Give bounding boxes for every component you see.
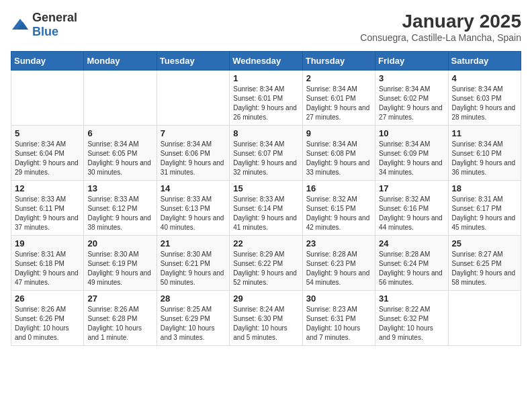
day-number: 26: [15, 293, 80, 304]
calendar-day-header: Wednesday: [230, 52, 302, 71]
day-number: 2: [306, 73, 371, 83]
day-info: Sunrise: 8:34 AM Sunset: 6:07 PM Dayligh…: [233, 140, 298, 177]
calendar-table: SundayMondayTuesdayWednesdayThursdayFrid…: [11, 51, 521, 346]
calendar-day-header: Thursday: [302, 52, 375, 71]
day-info: Sunrise: 8:22 AM Sunset: 6:32 PM Dayligh…: [379, 305, 444, 342]
logo-text: General Blue: [32, 11, 77, 39]
day-number: 12: [15, 183, 80, 193]
day-number: 9: [306, 128, 371, 138]
logo-icon: [11, 17, 30, 32]
location-title: Consuegra, Castille-La Mancha, Spain: [360, 32, 521, 43]
day-info: Sunrise: 8:34 AM Sunset: 6:05 PM Dayligh…: [87, 140, 152, 177]
day-number: 20: [87, 238, 152, 248]
day-info: Sunrise: 8:26 AM Sunset: 6:26 PM Dayligh…: [15, 305, 80, 342]
day-info: Sunrise: 8:34 AM Sunset: 6:04 PM Dayligh…: [15, 140, 80, 177]
day-number: 29: [233, 293, 298, 304]
day-number: 16: [306, 183, 371, 193]
day-info: Sunrise: 8:34 AM Sunset: 6:02 PM Dayligh…: [379, 85, 444, 122]
day-info: Sunrise: 8:33 AM Sunset: 6:11 PM Dayligh…: [15, 195, 80, 232]
day-info: Sunrise: 8:34 AM Sunset: 6:08 PM Dayligh…: [306, 140, 371, 177]
calendar-cell: 16Sunrise: 8:32 AM Sunset: 6:15 PM Dayli…: [302, 181, 375, 236]
calendar-cell: 21Sunrise: 8:30 AM Sunset: 6:21 PM Dayli…: [157, 236, 229, 291]
day-info: Sunrise: 8:34 AM Sunset: 6:09 PM Dayligh…: [379, 140, 444, 177]
day-info: Sunrise: 8:26 AM Sunset: 6:28 PM Dayligh…: [87, 305, 152, 342]
month-title: January 2025: [360, 11, 521, 32]
calendar-cell: 7Sunrise: 8:34 AM Sunset: 6:06 PM Daylig…: [157, 126, 229, 181]
day-number: 8: [233, 128, 298, 138]
day-info: Sunrise: 8:34 AM Sunset: 6:01 PM Dayligh…: [233, 85, 298, 122]
day-number: 14: [161, 183, 226, 193]
calendar-cell: 14Sunrise: 8:33 AM Sunset: 6:13 PM Dayli…: [157, 181, 229, 236]
calendar-cell: 4Sunrise: 8:34 AM Sunset: 6:03 PM Daylig…: [448, 71, 521, 126]
calendar-cell: 6Sunrise: 8:34 AM Sunset: 6:05 PM Daylig…: [84, 126, 157, 181]
day-number: 25: [452, 238, 517, 248]
day-info: Sunrise: 8:24 AM Sunset: 6:30 PM Dayligh…: [233, 305, 298, 342]
day-number: 15: [233, 183, 298, 193]
calendar-cell: 20Sunrise: 8:30 AM Sunset: 6:19 PM Dayli…: [84, 236, 157, 291]
calendar-cell: 27Sunrise: 8:26 AM Sunset: 6:28 PM Dayli…: [84, 291, 157, 346]
day-info: Sunrise: 8:32 AM Sunset: 6:16 PM Dayligh…: [379, 195, 444, 232]
day-info: Sunrise: 8:32 AM Sunset: 6:15 PM Dayligh…: [306, 195, 371, 232]
day-info: Sunrise: 8:23 AM Sunset: 6:31 PM Dayligh…: [306, 305, 371, 342]
calendar-day-header: Saturday: [448, 52, 521, 71]
calendar-cell: [448, 291, 521, 346]
calendar-cell: 18Sunrise: 8:31 AM Sunset: 6:17 PM Dayli…: [448, 181, 521, 236]
calendar-week-row: 5Sunrise: 8:34 AM Sunset: 6:04 PM Daylig…: [11, 126, 521, 181]
day-info: Sunrise: 8:25 AM Sunset: 6:29 PM Dayligh…: [161, 305, 226, 342]
day-number: 19: [15, 238, 80, 248]
day-number: 30: [306, 293, 371, 304]
day-number: 27: [87, 293, 152, 304]
calendar-cell: 30Sunrise: 8:23 AM Sunset: 6:31 PM Dayli…: [302, 291, 375, 346]
calendar-cell: 12Sunrise: 8:33 AM Sunset: 6:11 PM Dayli…: [11, 181, 84, 236]
calendar-cell: [11, 71, 84, 126]
page-header: General Blue January 2025 Consuegra, Cas…: [11, 11, 521, 43]
calendar-cell: 5Sunrise: 8:34 AM Sunset: 6:04 PM Daylig…: [11, 126, 84, 181]
calendar-cell: 19Sunrise: 8:31 AM Sunset: 6:18 PM Dayli…: [11, 236, 84, 291]
day-number: 23: [306, 238, 371, 248]
day-number: 7: [161, 128, 226, 138]
day-number: 5: [15, 128, 80, 138]
day-info: Sunrise: 8:34 AM Sunset: 6:10 PM Dayligh…: [452, 140, 517, 177]
calendar-cell: 22Sunrise: 8:29 AM Sunset: 6:22 PM Dayli…: [230, 236, 302, 291]
day-info: Sunrise: 8:33 AM Sunset: 6:12 PM Dayligh…: [87, 195, 152, 232]
calendar-body: 1Sunrise: 8:34 AM Sunset: 6:01 PM Daylig…: [11, 71, 521, 346]
calendar-cell: [157, 71, 229, 126]
calendar-week-row: 19Sunrise: 8:31 AM Sunset: 6:18 PM Dayli…: [11, 236, 521, 291]
day-number: 3: [379, 73, 444, 83]
day-number: 21: [161, 238, 226, 248]
day-number: 1: [233, 73, 298, 83]
calendar-header-row: SundayMondayTuesdayWednesdayThursdayFrid…: [11, 52, 521, 71]
calendar-cell: 24Sunrise: 8:28 AM Sunset: 6:24 PM Dayli…: [375, 236, 448, 291]
day-info: Sunrise: 8:29 AM Sunset: 6:22 PM Dayligh…: [233, 250, 298, 287]
calendar-cell: 13Sunrise: 8:33 AM Sunset: 6:12 PM Dayli…: [84, 181, 157, 236]
day-number: 11: [452, 128, 517, 138]
calendar-day-header: Monday: [84, 52, 157, 71]
day-number: 24: [379, 238, 444, 248]
title-block: January 2025 Consuegra, Castille-La Manc…: [360, 11, 521, 43]
day-info: Sunrise: 8:28 AM Sunset: 6:24 PM Dayligh…: [379, 250, 444, 287]
logo-general: General: [32, 11, 77, 24]
calendar-cell: 29Sunrise: 8:24 AM Sunset: 6:30 PM Dayli…: [230, 291, 302, 346]
day-number: 13: [87, 183, 152, 193]
calendar-week-row: 26Sunrise: 8:26 AM Sunset: 6:26 PM Dayli…: [11, 291, 521, 346]
logo: General Blue: [11, 11, 77, 39]
calendar-cell: [84, 71, 157, 126]
calendar-week-row: 12Sunrise: 8:33 AM Sunset: 6:11 PM Dayli…: [11, 181, 521, 236]
calendar-cell: 1Sunrise: 8:34 AM Sunset: 6:01 PM Daylig…: [230, 71, 302, 126]
day-info: Sunrise: 8:33 AM Sunset: 6:13 PM Dayligh…: [161, 195, 226, 232]
day-info: Sunrise: 8:28 AM Sunset: 6:23 PM Dayligh…: [306, 250, 371, 287]
calendar-cell: 23Sunrise: 8:28 AM Sunset: 6:23 PM Dayli…: [302, 236, 375, 291]
calendar-day-header: Tuesday: [157, 52, 229, 71]
calendar-cell: 3Sunrise: 8:34 AM Sunset: 6:02 PM Daylig…: [375, 71, 448, 126]
day-number: 22: [233, 238, 298, 248]
day-number: 28: [161, 293, 226, 304]
logo-blue: Blue: [32, 25, 58, 38]
day-info: Sunrise: 8:34 AM Sunset: 6:06 PM Dayligh…: [161, 140, 226, 177]
calendar-day-header: Friday: [375, 52, 448, 71]
calendar-day-header: Sunday: [11, 52, 84, 71]
calendar-cell: 31Sunrise: 8:22 AM Sunset: 6:32 PM Dayli…: [375, 291, 448, 346]
calendar-cell: 8Sunrise: 8:34 AM Sunset: 6:07 PM Daylig…: [230, 126, 302, 181]
calendar-week-row: 1Sunrise: 8:34 AM Sunset: 6:01 PM Daylig…: [11, 71, 521, 126]
calendar-cell: 25Sunrise: 8:27 AM Sunset: 6:25 PM Dayli…: [448, 236, 521, 291]
day-info: Sunrise: 8:34 AM Sunset: 6:01 PM Dayligh…: [306, 85, 371, 122]
